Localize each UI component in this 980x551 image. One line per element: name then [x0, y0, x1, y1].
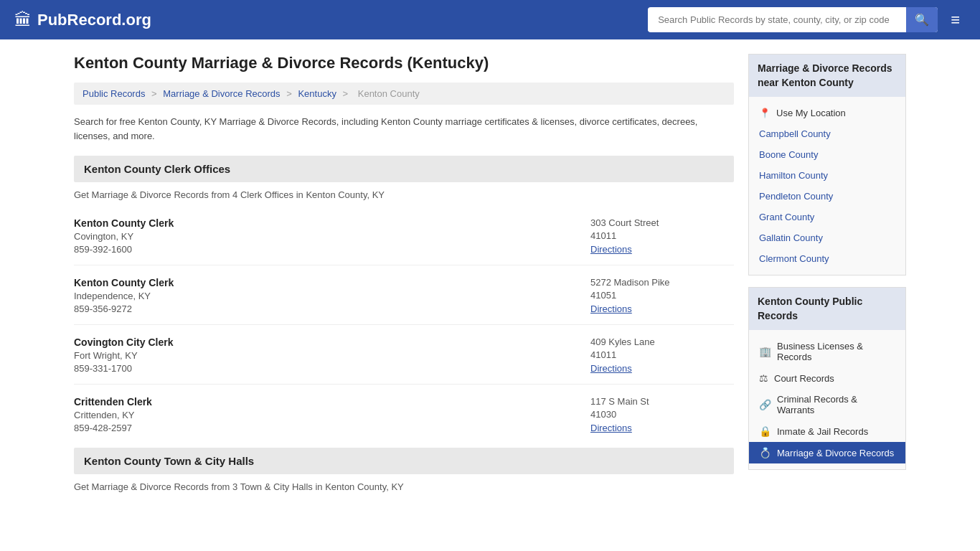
public-record-label-4: Marriage & Divorce Records	[777, 448, 894, 458]
nearby-county-1[interactable]: Boone County	[749, 144, 905, 165]
clerk-phone-2: 859-331-1700	[74, 363, 173, 374]
public-record-label-1: Court Records	[774, 373, 834, 384]
nearby-county-5[interactable]: Gallatin County	[749, 227, 905, 248]
directions-link-0[interactable]: Directions	[590, 244, 632, 255]
directions-link-2[interactable]: Directions	[590, 363, 632, 374]
nearby-counties-list: Campbell CountyBoone CountyHamilton Coun…	[749, 123, 905, 269]
site-header: 🏛 PubRecord.org 🔍 ≡	[0, 0, 980, 39]
clerk-section-description: Get Marriage & Divorce Records from 4 Cl…	[74, 189, 734, 200]
clerk-left-1: Kenton County Clerk Independence, KY 859…	[74, 277, 174, 314]
clerk-name-3: Crittenden Clerk	[74, 396, 152, 408]
breadcrumb-sep1: >	[151, 88, 159, 99]
breadcrumb-sep2: >	[286, 88, 294, 99]
search-bar: 🔍	[648, 7, 938, 32]
breadcrumb-state[interactable]: Kentucky	[298, 88, 336, 99]
page-wrapper: Kenton County Marriage & Divorce Records…	[60, 39, 920, 517]
clerk-name-2: Covington City Clerk	[74, 336, 173, 348]
clerk-city-3: Crittenden, KY	[74, 410, 152, 420]
town-section-description: Get Marriage & Divorce Records from 3 To…	[74, 481, 734, 492]
nearby-county-3[interactable]: Pendleton County	[749, 186, 905, 207]
breadcrumb-marriage[interactable]: Marriage & Divorce Records	[163, 88, 280, 99]
public-record-icon-1: ⚖	[759, 372, 768, 384]
public-record-item-1[interactable]: ⚖Court Records	[749, 367, 905, 389]
clerk-right-3: 117 S Main St 41030 Directions	[590, 396, 734, 433]
clerk-address-0: 303 Court Street	[590, 217, 734, 228]
clerk-zip-0: 41011	[590, 230, 734, 241]
menu-icon[interactable]: ≡	[945, 8, 966, 32]
breadcrumb-sep3: >	[343, 88, 351, 99]
clerk-address-3: 117 S Main St	[590, 396, 734, 407]
nearby-county-2[interactable]: Hamilton County	[749, 165, 905, 186]
nearby-county-4[interactable]: Grant County	[749, 207, 905, 227]
nearby-county-0[interactable]: Campbell County	[749, 123, 905, 144]
clerk-left-2: Covington City Clerk Fort Wright, KY 859…	[74, 336, 173, 374]
clerk-entries-container: Kenton County Clerk Covington, KY 859-39…	[74, 210, 734, 443]
clerk-entry: Kenton County Clerk Independence, KY 859…	[74, 270, 734, 325]
clerk-phone-3: 859-428-2597	[74, 423, 152, 433]
public-record-item-4[interactable]: 💍Marriage & Divorce Records	[749, 442, 905, 463]
clerk-name-1: Kenton County Clerk	[74, 277, 174, 288]
public-record-item-3[interactable]: 🔒Inmate & Jail Records	[749, 420, 905, 442]
nearby-county-6[interactable]: Clermont County	[749, 248, 905, 269]
clerk-phone-0: 859-392-1600	[74, 244, 174, 255]
public-records-box-header: Kenton County Public Records	[749, 288, 905, 330]
clerk-phone-1: 859-356-9272	[74, 303, 174, 314]
clerk-city-2: Fort Wright, KY	[74, 350, 173, 361]
search-input[interactable]	[648, 9, 906, 31]
directions-link-3[interactable]: Directions	[590, 423, 632, 433]
clerk-address-2: 409 Kyles Lane	[590, 336, 734, 347]
breadcrumb: Public Records > Marriage & Divorce Reco…	[74, 83, 734, 105]
use-location-label: Use My Location	[776, 108, 846, 118]
public-records-items: 🏢Business Licenses & Records⚖Court Recor…	[749, 330, 905, 469]
clerk-city-1: Independence, KY	[74, 291, 174, 301]
public-record-label-2: Criminal Records & Warrants	[777, 394, 895, 415]
directions-link-1[interactable]: Directions	[590, 303, 632, 314]
public-record-item-2[interactable]: 🔗Criminal Records & Warrants	[749, 389, 905, 420]
nearby-box: Marriage & Divorce Records near Kenton C…	[748, 54, 906, 276]
main-content: Kenton County Marriage & Divorce Records…	[74, 54, 734, 502]
use-my-location[interactable]: 📍 Use My Location	[749, 103, 905, 123]
clerk-city-0: Covington, KY	[74, 231, 174, 242]
clerk-right-2: 409 Kyles Lane 41011 Directions	[590, 336, 734, 374]
clerk-entry: Covington City Clerk Fort Wright, KY 859…	[74, 329, 734, 385]
clerk-zip-1: 41051	[590, 290, 734, 301]
clerk-left-0: Kenton County Clerk Covington, KY 859-39…	[74, 217, 174, 255]
clerk-right-0: 303 Court Street 41011 Directions	[590, 217, 734, 255]
town-section-header: Kenton County Town & City Halls	[74, 448, 734, 474]
search-button[interactable]: 🔍	[906, 7, 938, 32]
page-title: Kenton County Marriage & Divorce Records…	[74, 54, 734, 72]
breadcrumb-public-records[interactable]: Public Records	[83, 88, 145, 99]
clerk-left-3: Crittenden Clerk Crittenden, KY 859-428-…	[74, 396, 152, 433]
clerk-zip-2: 41011	[590, 349, 734, 360]
public-records-box: Kenton County Public Records 🏢Business L…	[748, 287, 906, 470]
breadcrumb-county: Kenton County	[358, 88, 420, 99]
clerk-entry: Kenton County Clerk Covington, KY 859-39…	[74, 210, 734, 265]
logo[interactable]: 🏛 PubRecord.org	[14, 10, 151, 30]
public-record-icon-0: 🏢	[759, 346, 771, 357]
public-record-item-0[interactable]: 🏢Business Licenses & Records	[749, 336, 905, 367]
clerk-address-1: 5272 Madison Pike	[590, 277, 734, 288]
clerk-zip-3: 41030	[590, 409, 734, 420]
clerk-section-header: Kenton County Clerk Offices	[74, 156, 734, 182]
nearby-box-header: Marriage & Divorce Records near Kenton C…	[749, 55, 905, 97]
page-description: Search for free Kenton County, KY Marria…	[74, 115, 734, 143]
logo-icon: 🏛	[14, 10, 32, 30]
nearby-items: 📍 Use My Location Campbell CountyBoone C…	[749, 97, 905, 275]
public-record-icon-3: 🔒	[759, 425, 771, 437]
clerk-name-0: Kenton County Clerk	[74, 217, 174, 229]
clerk-entry: Crittenden Clerk Crittenden, KY 859-428-…	[74, 389, 734, 443]
clerk-right-1: 5272 Madison Pike 41051 Directions	[590, 277, 734, 314]
public-record-label-0: Business Licenses & Records	[777, 341, 895, 362]
header-right: 🔍 ≡	[648, 7, 966, 32]
public-record-icon-2: 🔗	[759, 399, 771, 410]
logo-text: PubRecord.org	[37, 11, 151, 29]
location-icon: 📍	[759, 108, 771, 118]
public-record-label-3: Inmate & Jail Records	[777, 426, 868, 437]
public-record-icon-4: 💍	[759, 447, 771, 458]
sidebar: Marriage & Divorce Records near Kenton C…	[748, 54, 906, 502]
